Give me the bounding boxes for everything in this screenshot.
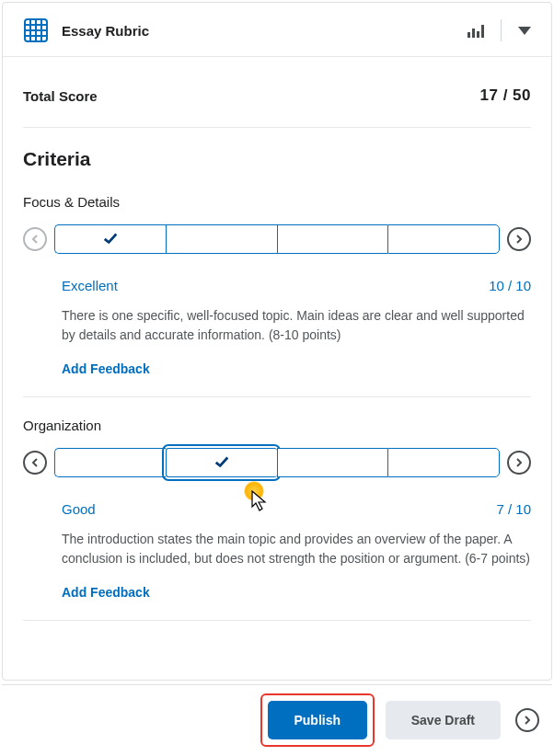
panel-body: Total Score 17 / 50 Criteria Focus & Det… bbox=[3, 57, 551, 621]
divider bbox=[23, 396, 531, 397]
criterion-detail: Excellent 10 / 10 There is one specific,… bbox=[23, 278, 531, 396]
level-row: Good 7 / 10 bbox=[62, 501, 531, 517]
criterion-organization: Organization bbox=[23, 418, 531, 620]
criterion-title: Focus & Details bbox=[23, 194, 531, 210]
rubric-grid-icon bbox=[23, 17, 49, 43]
next-student-button[interactable] bbox=[515, 708, 539, 732]
check-icon bbox=[102, 230, 119, 249]
level-segment-2[interactable] bbox=[166, 448, 277, 477]
header-actions bbox=[467, 19, 531, 41]
level-score: 10 / 10 bbox=[489, 278, 531, 293]
level-label: Excellent bbox=[62, 278, 118, 293]
total-score-value: 17 / 50 bbox=[480, 86, 532, 105]
add-feedback-button[interactable]: Add Feedback bbox=[62, 361, 150, 376]
level-segment-4[interactable] bbox=[387, 448, 500, 477]
collapse-icon[interactable] bbox=[518, 27, 531, 35]
save-draft-button[interactable]: Save Draft bbox=[386, 701, 501, 739]
level-segment-3[interactable] bbox=[277, 448, 388, 477]
level-segments bbox=[54, 224, 500, 254]
criterion-focus-details: Focus & Details bbox=[23, 194, 531, 396]
publish-button[interactable]: Publish bbox=[268, 701, 367, 739]
level-segment-3[interactable] bbox=[277, 224, 388, 254]
level-score: 7 / 10 bbox=[496, 501, 531, 517]
level-segment-1[interactable] bbox=[54, 448, 166, 477]
level-selector-row bbox=[23, 448, 531, 477]
level-description: The introduction states the main topic a… bbox=[62, 530, 531, 568]
level-segment-2[interactable] bbox=[166, 224, 277, 254]
level-segment-1[interactable] bbox=[54, 224, 166, 254]
criterion-title: Organization bbox=[23, 418, 531, 433]
level-segment-4[interactable] bbox=[387, 224, 500, 254]
check-icon bbox=[214, 453, 230, 473]
prev-level-button[interactable] bbox=[23, 227, 47, 251]
prev-level-button[interactable] bbox=[23, 451, 47, 475]
criteria-heading: Criteria bbox=[23, 148, 531, 170]
level-row: Excellent 10 / 10 bbox=[62, 278, 531, 293]
stats-icon[interactable] bbox=[467, 23, 484, 38]
divider bbox=[23, 620, 531, 621]
next-level-button[interactable] bbox=[507, 451, 531, 475]
level-label: Good bbox=[62, 501, 96, 517]
total-score-row: Total Score 17 / 50 bbox=[23, 57, 531, 128]
level-selector-row bbox=[23, 224, 531, 254]
add-feedback-button[interactable]: Add Feedback bbox=[62, 585, 150, 600]
level-description: There is one specific, well-focused topi… bbox=[62, 306, 531, 345]
panel-header: Essay Rubric bbox=[3, 3, 551, 57]
footer-bar: Publish Save Draft bbox=[2, 684, 552, 754]
divider bbox=[501, 19, 502, 41]
level-segments bbox=[54, 448, 500, 477]
criterion-detail: Good 7 / 10 The introduction states the … bbox=[23, 501, 531, 620]
publish-highlight: Publish bbox=[260, 693, 375, 747]
total-score-label: Total Score bbox=[23, 88, 98, 104]
rubric-panel: Essay Rubric Total Score 17 / 50 Criteri… bbox=[2, 2, 552, 681]
next-level-button[interactable] bbox=[507, 227, 531, 251]
panel-title: Essay Rubric bbox=[62, 23, 467, 39]
